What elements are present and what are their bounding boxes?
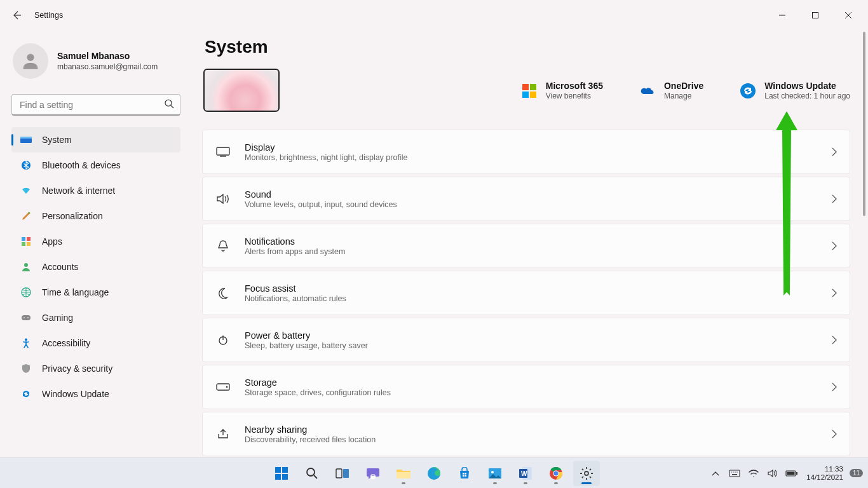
card-focus-assist[interactable]: Focus assistNotifications, automatic rul… bbox=[202, 271, 850, 315]
notification-count[interactable]: 11 bbox=[850, 469, 863, 477]
taskbar-chat[interactable] bbox=[360, 461, 386, 486]
nav-gaming[interactable]: Gaming bbox=[11, 305, 180, 330]
svg-point-43 bbox=[491, 471, 494, 473]
svg-rect-60 bbox=[787, 471, 795, 475]
nav-apps[interactable]: Apps bbox=[11, 229, 180, 254]
svg-point-19 bbox=[25, 339, 27, 341]
card-storage[interactable]: StorageStorage space, drives, configurat… bbox=[202, 365, 850, 409]
tray-keyboard-icon[interactable] bbox=[726, 461, 743, 486]
taskbar-clock[interactable]: 11:33 14/12/2021 bbox=[806, 465, 843, 481]
svg-rect-51 bbox=[729, 470, 740, 477]
chevron-right-icon bbox=[832, 336, 837, 344]
svg-point-5 bbox=[165, 100, 172, 106]
start-button[interactable] bbox=[268, 461, 295, 486]
user-profile[interactable]: Samuel Mbanaso mbanaso.samuel@gmail.com bbox=[11, 39, 180, 89]
nav-windows-update[interactable]: Windows Update bbox=[11, 381, 180, 407]
svg-rect-1 bbox=[813, 13, 818, 18]
taskbar-photos[interactable] bbox=[482, 461, 508, 486]
minimize-button[interactable] bbox=[768, 5, 797, 25]
card-nearby-sharing[interactable]: Nearby sharingDiscoverability, received … bbox=[202, 412, 850, 456]
nav-label: System bbox=[42, 135, 72, 145]
tray-wifi-icon[interactable] bbox=[745, 461, 762, 486]
card-sound[interactable]: SoundVolume levels, output, input, sound… bbox=[202, 177, 850, 221]
close-button[interactable] bbox=[834, 5, 863, 25]
shortcut-microsoft-365[interactable]: Microsoft 365 View benefits bbox=[520, 81, 603, 100]
svg-rect-29 bbox=[275, 474, 281, 480]
microsoft-365-icon bbox=[522, 84, 536, 98]
share-icon bbox=[215, 428, 231, 440]
taskbar: W 11:33 14/12/2021 11 bbox=[0, 458, 868, 488]
power-icon bbox=[215, 334, 231, 346]
nav-accessibility[interactable]: Accessibility bbox=[11, 330, 180, 356]
search-input[interactable] bbox=[11, 94, 180, 116]
shortcut-title: Microsoft 365 bbox=[546, 81, 603, 91]
nav-time[interactable]: Time & language bbox=[11, 280, 180, 305]
settings-list: DisplayMonitors, brightness, night light… bbox=[202, 130, 850, 456]
nav-bluetooth[interactable]: Bluetooth & devices bbox=[11, 152, 180, 178]
taskbar-edge[interactable] bbox=[421, 461, 447, 486]
nav-list: System Bluetooth & devices Network & int… bbox=[11, 127, 180, 407]
maximize-button[interactable] bbox=[801, 5, 830, 25]
nav-label: Accounts bbox=[42, 262, 79, 272]
bluetooth-icon bbox=[20, 160, 32, 170]
apps-icon bbox=[20, 236, 32, 247]
nav-label: Accessibility bbox=[42, 338, 90, 348]
svg-point-56 bbox=[737, 471, 738, 472]
desktop-preview-thumbnail[interactable] bbox=[203, 69, 280, 112]
taskbar-search[interactable] bbox=[299, 461, 325, 486]
scrollbar-thumb[interactable] bbox=[863, 32, 865, 216]
paintbrush-icon bbox=[20, 211, 32, 221]
globe-clock-icon bbox=[20, 287, 32, 297]
svg-point-4 bbox=[27, 54, 34, 61]
nav-privacy[interactable]: Privacy & security bbox=[11, 356, 180, 381]
svg-rect-34 bbox=[343, 469, 349, 478]
card-title: Power & battery bbox=[245, 330, 368, 341]
scrollbar[interactable] bbox=[860, 30, 868, 458]
person-icon bbox=[20, 50, 41, 72]
nav-label: Apps bbox=[42, 236, 62, 247]
nav-label: Privacy & security bbox=[42, 363, 112, 374]
svg-point-17 bbox=[24, 317, 25, 318]
svg-rect-21 bbox=[217, 147, 229, 155]
chevron-right-icon bbox=[832, 194, 837, 203]
wifi-icon bbox=[20, 186, 32, 195]
nav-label: Network & internet bbox=[42, 186, 115, 196]
tray-battery-icon[interactable] bbox=[783, 461, 800, 486]
shortcut-subtitle: Last checked: 1 hour ago bbox=[764, 92, 850, 100]
nav-network[interactable]: Network & internet bbox=[11, 178, 180, 203]
tray-chevron-up[interactable] bbox=[707, 461, 724, 486]
taskbar-date: 14/12/2021 bbox=[806, 473, 843, 482]
system-icon bbox=[20, 135, 32, 144]
nav-accounts[interactable]: Accounts bbox=[11, 254, 180, 280]
svg-rect-30 bbox=[282, 474, 288, 480]
chevron-right-icon bbox=[832, 430, 837, 438]
taskbar-file-explorer[interactable] bbox=[390, 461, 417, 486]
card-notifications[interactable]: NotificationsAlerts from apps and system bbox=[202, 224, 850, 268]
card-display[interactable]: DisplayMonitors, brightness, night light… bbox=[202, 130, 850, 174]
tray-volume-icon[interactable] bbox=[764, 461, 781, 486]
card-power[interactable]: Power & batterySleep, battery usage, bat… bbox=[202, 318, 850, 362]
card-title: Display bbox=[245, 142, 407, 152]
shortcut-onedrive[interactable]: OneDrive Manage bbox=[639, 81, 703, 100]
svg-rect-13 bbox=[27, 242, 31, 246]
svg-rect-11 bbox=[27, 237, 31, 241]
taskbar-store[interactable] bbox=[451, 461, 478, 486]
taskbar-task-view[interactable] bbox=[329, 461, 356, 486]
taskbar-chrome[interactable] bbox=[543, 461, 569, 486]
nav-system[interactable]: System bbox=[11, 127, 180, 152]
svg-text:W: W bbox=[521, 470, 527, 477]
shortcut-windows-update[interactable]: Windows Update Last checked: 1 hour ago bbox=[739, 81, 850, 100]
search-box[interactable] bbox=[11, 94, 180, 116]
back-button[interactable] bbox=[5, 4, 28, 27]
nav-personalization[interactable]: Personalization bbox=[11, 203, 180, 229]
chevron-right-icon bbox=[832, 383, 837, 391]
taskbar-word[interactable]: W bbox=[512, 461, 539, 486]
nav-label: Personalization bbox=[42, 211, 103, 221]
svg-line-32 bbox=[314, 475, 317, 478]
card-subtitle: Alerts from apps and system bbox=[245, 247, 345, 256]
svg-rect-8 bbox=[20, 137, 32, 139]
taskbar-time: 11:33 bbox=[825, 465, 843, 473]
card-subtitle: Storage space, drives, configuration rul… bbox=[245, 388, 391, 397]
svg-point-54 bbox=[733, 471, 734, 472]
taskbar-settings[interactable] bbox=[573, 461, 600, 486]
